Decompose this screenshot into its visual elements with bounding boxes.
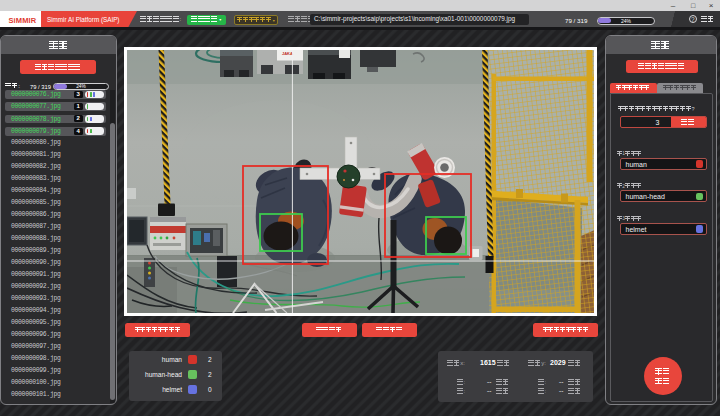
svg-text:JAKA: JAKA [282, 51, 293, 56]
